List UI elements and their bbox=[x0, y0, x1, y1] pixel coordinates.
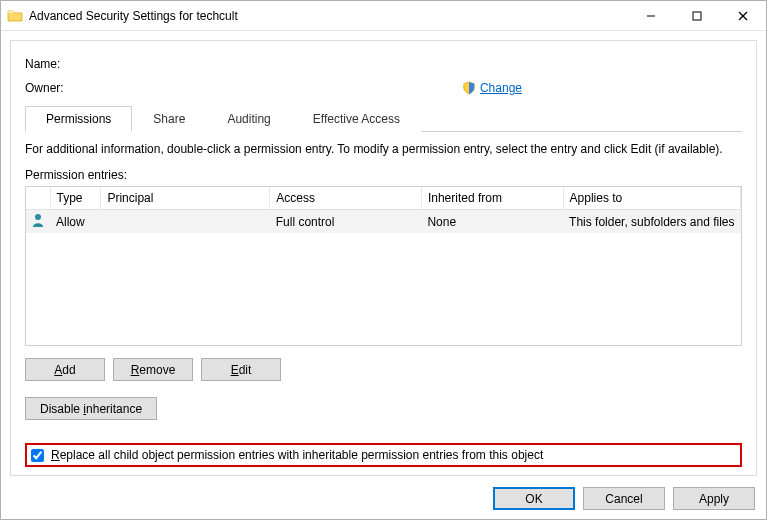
change-owner-link[interactable]: Change bbox=[480, 81, 522, 95]
titlebar: Advanced Security Settings for techcult bbox=[1, 1, 766, 31]
col-type[interactable]: Type bbox=[50, 187, 101, 210]
col-inherited[interactable]: Inherited from bbox=[421, 187, 563, 210]
tab-auditing[interactable]: Auditing bbox=[206, 106, 291, 132]
minimize-button[interactable] bbox=[628, 1, 674, 30]
tab-body: For additional information, double-click… bbox=[25, 132, 742, 420]
row-icon-cell bbox=[26, 210, 50, 234]
apply-button[interactable]: Apply bbox=[673, 487, 755, 510]
dialog-footer: OK Cancel Apply bbox=[493, 487, 755, 510]
maximize-button[interactable] bbox=[674, 1, 720, 30]
row-inherited: None bbox=[421, 210, 563, 234]
table-row[interactable]: Allow Full control None This folder, sub… bbox=[26, 210, 741, 234]
row-type: Allow bbox=[50, 210, 101, 234]
close-button[interactable] bbox=[720, 1, 766, 30]
permission-entries-table[interactable]: Type Principal Access Inherited from App… bbox=[25, 186, 742, 346]
tabs: Permissions Share Auditing Effective Acc… bbox=[25, 105, 742, 132]
owner-row: Owner: Change bbox=[25, 81, 742, 95]
tab-permissions[interactable]: Permissions bbox=[25, 106, 132, 132]
ok-button[interactable]: OK bbox=[493, 487, 575, 510]
cancel-button[interactable]: Cancel bbox=[583, 487, 665, 510]
edit-button[interactable]: Edit bbox=[201, 358, 281, 381]
col-icon[interactable] bbox=[26, 187, 50, 210]
window-title: Advanced Security Settings for techcult bbox=[29, 9, 628, 23]
remove-button[interactable]: Remove bbox=[113, 358, 193, 381]
svg-rect-1 bbox=[693, 12, 701, 20]
disable-inheritance-row: Disable inheritance bbox=[25, 397, 742, 420]
svg-point-4 bbox=[35, 214, 41, 220]
table-header-row: Type Principal Access Inherited from App… bbox=[26, 187, 741, 210]
folder-icon bbox=[7, 8, 23, 24]
replace-children-checkbox-row: Replace all child object permission entr… bbox=[25, 443, 742, 467]
row-applies: This folder, subfolders and files bbox=[563, 210, 740, 234]
main-panel: Name: Owner: Change Permissions Share Au… bbox=[10, 40, 757, 476]
col-access[interactable]: Access bbox=[270, 187, 422, 210]
disable-inheritance-button[interactable]: Disable inheritance bbox=[25, 397, 157, 420]
name-label: Name: bbox=[25, 57, 85, 71]
entries-label: Permission entries: bbox=[25, 168, 742, 182]
entry-buttons: Add Remove Edit bbox=[25, 358, 742, 381]
owner-label: Owner: bbox=[25, 81, 85, 95]
col-principal[interactable]: Principal bbox=[101, 187, 270, 210]
user-icon bbox=[30, 212, 46, 228]
owner-change: Change bbox=[462, 81, 522, 95]
add-button[interactable]: Add bbox=[25, 358, 105, 381]
col-applies[interactable]: Applies to bbox=[563, 187, 740, 210]
row-principal bbox=[101, 210, 270, 234]
row-access: Full control bbox=[270, 210, 422, 234]
replace-children-checkbox[interactable] bbox=[31, 449, 44, 462]
info-text: For additional information, double-click… bbox=[25, 142, 742, 156]
replace-children-label[interactable]: Replace all child object permission entr… bbox=[51, 448, 543, 462]
window-buttons bbox=[628, 1, 766, 30]
tab-share[interactable]: Share bbox=[132, 106, 206, 132]
tab-effective-access[interactable]: Effective Access bbox=[292, 106, 421, 132]
name-row: Name: bbox=[25, 57, 742, 71]
shield-icon bbox=[462, 81, 476, 95]
